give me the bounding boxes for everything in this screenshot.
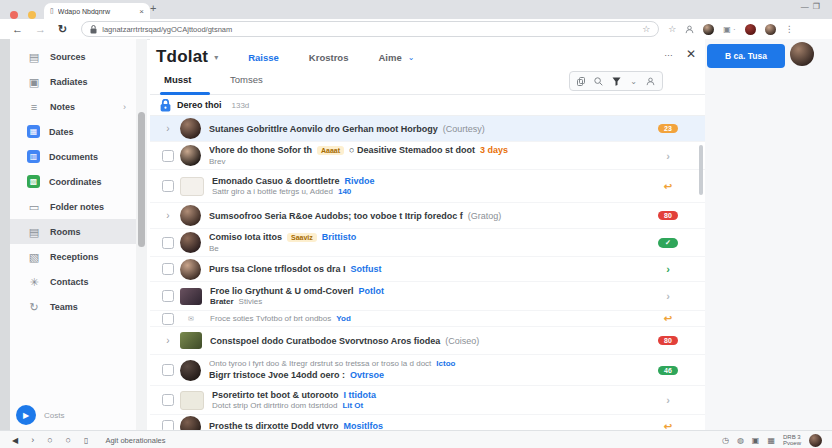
nav-link-aime[interactable]: Aime (378, 52, 401, 63)
profile-outline-icon[interactable] (685, 25, 694, 34)
row-link[interactable]: 140 (338, 187, 351, 196)
nav-link-raisse[interactable]: Raisse (248, 52, 279, 63)
forward-icon[interactable]: → (35, 23, 46, 35)
row-chevron-icon[interactable]: › (666, 150, 670, 162)
row-link[interactable]: Lit Ot (342, 401, 363, 410)
row-checkbox[interactable] (160, 420, 176, 430)
checkbox[interactable] (162, 180, 174, 192)
tab-musst[interactable]: Musst (164, 74, 191, 85)
primary-action-button[interactable]: B ca. Tusa (707, 44, 785, 68)
chevron-down-icon[interactable]: ⌄ (408, 53, 415, 62)
taskbar-clock[interactable]: DRB 3 Pvoew (783, 434, 801, 447)
checkbox[interactable] (162, 313, 174, 325)
close-window-icon[interactable] (10, 11, 18, 19)
window-minmax-icons[interactable]: —❐ (801, 2, 824, 11)
row-chevron-icon[interactable]: › (666, 290, 670, 302)
row-link[interactable]: Sotfust (351, 264, 382, 274)
profile-avatar[interactable] (745, 24, 756, 35)
table-row[interactable]: Comiso Iota ittosSaavizBrittistoBe✓ (150, 229, 705, 257)
launcher-icon[interactable]: ◀ (12, 436, 18, 445)
sidebar-item-folder-notes[interactable]: ▭Folder notes (10, 194, 136, 219)
table-row[interactable]: Psoretirto tet boot & utorootoI ttidotaD… (150, 386, 705, 415)
star-icon[interactable]: ☆ (668, 24, 676, 34)
checkbox[interactable] (162, 364, 174, 376)
search-icon[interactable] (594, 77, 603, 86)
filter-icon[interactable] (612, 77, 621, 86)
row-checkbox[interactable] (160, 290, 176, 302)
expand-chevron-icon[interactable]: › (160, 123, 176, 134)
table-row[interactable]: Emonado Casuo & doorttletreRivdoeSattr g… (150, 170, 705, 203)
checkbox[interactable] (162, 237, 174, 249)
checkbox[interactable] (162, 394, 174, 406)
list-scrollbar-thumb[interactable] (699, 145, 703, 195)
refresh-icon[interactable]: ↻ (58, 23, 67, 36)
media-box-icon[interactable]: ▣ · (723, 25, 735, 34)
taskbar-app2-icon[interactable]: ○ (66, 435, 71, 445)
account-avatar[interactable] (765, 24, 776, 35)
sidebar-item-teams[interactable]: ↻Teams (10, 294, 136, 319)
sidebar-item-receptions[interactable]: ▧Receptions (10, 244, 136, 269)
table-row[interactable]: ›Sumsoofroo Seria R&oe Audobs; too voboe… (150, 203, 705, 229)
row-link[interactable]: Yod (336, 314, 351, 323)
sidebar-fab-button[interactable]: ▶ (16, 405, 36, 425)
row-checkbox[interactable] (160, 364, 176, 376)
sidebar-item-radiates[interactable]: ▣Radiates (10, 69, 136, 94)
row-checkbox[interactable] (160, 237, 176, 249)
taskbar-avatar[interactable] (809, 434, 822, 447)
row-link[interactable]: Rivdoe (345, 176, 375, 186)
chevron-down-icon[interactable]: ⌄ (630, 77, 637, 86)
tab-close-icon[interactable]: × (139, 7, 144, 16)
sidebar-item-dates[interactable]: ▦Dates (10, 119, 136, 144)
row-link[interactable]: I ttidota (343, 390, 376, 400)
taskbar-chevron-icon[interactable]: › (31, 435, 34, 445)
bookmark-star-icon[interactable]: ☆ (642, 24, 650, 34)
table-row[interactable]: Prosthe ts dirxotte Dodd vtvroMositlfos↩ (150, 415, 705, 430)
minimize-window-icon[interactable] (28, 11, 36, 19)
tab-tomses[interactable]: Tomses (230, 74, 263, 85)
row-link[interactable]: Ictoo (436, 359, 455, 368)
copy-icon[interactable] (577, 77, 585, 86)
sidebar-item-sources[interactable]: ▤Sources (10, 44, 136, 69)
row-link[interactable]: Brittisto (322, 232, 357, 242)
table-row[interactable]: Purs tsa Clone trflosdot os dra ISotfust… (150, 257, 705, 282)
table-row[interactable]: Froe lio Grythunt & U omd-CoverlPotlotBr… (150, 282, 705, 311)
sidebar-item-notes[interactable]: ≡Notes› (10, 94, 136, 119)
checkbox[interactable] (162, 263, 174, 275)
checkbox[interactable] (162, 150, 174, 162)
tray-clock-icon[interactable]: ◷ (722, 436, 729, 445)
address-bar[interactable]: lagnatzarrtrtrsqad/ygOCAjttood/gtsnam ☆ (81, 21, 659, 37)
back-icon[interactable]: ← (12, 23, 23, 35)
row-chevron-icon[interactable]: › (666, 263, 670, 275)
page-title[interactable]: Tdolat (156, 47, 208, 67)
nav-link-krostros[interactable]: Krostros (309, 52, 349, 63)
title-caret-icon[interactable]: ▾ (214, 53, 218, 62)
row-checkbox[interactable] (160, 394, 176, 406)
expand-chevron-icon[interactable]: › (160, 210, 176, 221)
new-tab-button[interactable]: + (150, 2, 156, 14)
extension-avatar[interactable] (703, 24, 714, 35)
checkbox[interactable] (162, 290, 174, 302)
table-row[interactable]: ›Sutanes Gobrittlre Aonvilo dro Gerhan m… (150, 116, 705, 142)
tray-window-icon[interactable]: ▣ (752, 436, 760, 445)
table-row[interactable]: Vhore do thone Sofor thAaaat○ Deasitive … (150, 142, 705, 170)
table-row[interactable]: ›Constspoel dodo Curatbodoe Svorvtnoso A… (150, 327, 705, 355)
overflow-menu-icon[interactable]: … (664, 48, 673, 58)
sidebar-item-contacts[interactable]: ✳Contacts (10, 269, 136, 294)
sidebar-item-documents[interactable]: ▥Documents (10, 144, 136, 169)
row-chevron-icon[interactable]: › (666, 394, 670, 406)
sidebar-item-coordinates[interactable]: ▩Coordinates (10, 169, 136, 194)
tray-calendar-icon[interactable]: ▦ (767, 436, 775, 445)
row-checkbox[interactable] (160, 263, 176, 275)
assignee-icon[interactable] (646, 77, 655, 86)
row-checkbox[interactable] (160, 180, 176, 192)
tray-record-icon[interactable]: ◍ (737, 436, 744, 445)
sidebar-scrollbar-thumb[interactable] (138, 112, 145, 247)
row-link[interactable]: Mositlfos (344, 421, 384, 430)
row-link[interactable]: Ovtrsoe (350, 370, 384, 380)
taskbar-app1-icon[interactable]: ○ (47, 435, 52, 445)
expand-chevron-icon[interactable]: › (160, 335, 176, 346)
browser-menu-icon[interactable]: ⋮ (785, 24, 794, 34)
user-avatar[interactable] (790, 42, 814, 66)
table-row[interactable]: Onto tyroo i fyrt doo & Itregr drstrut s… (150, 355, 705, 386)
sidebar-item-rooms[interactable]: ▤Rooms (10, 219, 136, 244)
